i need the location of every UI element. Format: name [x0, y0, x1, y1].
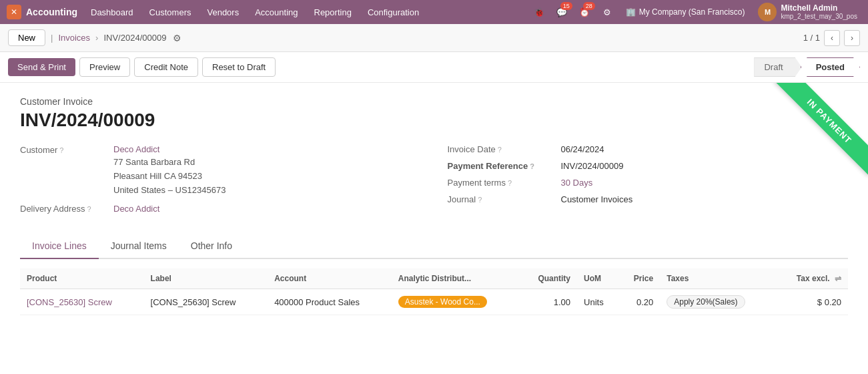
- invoice-type: Customer Invoice: [20, 96, 848, 107]
- adjust-icon[interactable]: ⇌: [835, 274, 841, 283]
- cell-taxes: Apply 20%(Sales): [660, 289, 775, 315]
- th-uom: UoM: [577, 268, 618, 289]
- cell-uom: Units: [577, 289, 618, 315]
- address-block: 77 Santa Barbara Rd Pleasant Hill CA 945…: [113, 156, 226, 197]
- user-name: Mitchell Admin: [781, 3, 857, 13]
- activity-icon-btn[interactable]: ⏰ 28: [575, 3, 594, 21]
- tab-invoice-lines[interactable]: Invoice Lines: [20, 234, 99, 259]
- status-posted[interactable]: Posted: [801, 57, 860, 77]
- new-button[interactable]: New: [8, 29, 45, 46]
- payment-terms-value: 30 Days: [561, 178, 593, 188]
- customer-field-row: Customer ? Deco Addict 77 Santa Barbara …: [20, 144, 421, 197]
- invoice-date-help-icon: ?: [498, 146, 502, 154]
- cell-account: 400000 Product Sales: [268, 289, 392, 315]
- table-row: [CONS_25630] Screw [CONS_25630] Screw 40…: [20, 289, 848, 315]
- nav-item-vendors[interactable]: Vendors: [199, 0, 247, 24]
- breadcrumb-arrow: ›: [95, 33, 98, 43]
- th-price: Price: [618, 268, 660, 289]
- page-info: 1 / 1: [803, 33, 820, 43]
- tab-other-info[interactable]: Other Info: [179, 234, 244, 259]
- th-label: Label: [144, 268, 268, 289]
- payment-reference-value: INV/2024/00009: [561, 161, 624, 171]
- breadcrumb-current: INV/2024/00009: [103, 33, 166, 43]
- company-label: My Company (San Francisco): [639, 7, 745, 17]
- table-header-row: Product Label Account Analytic Distribut…: [20, 268, 848, 289]
- credit-note-button[interactable]: Credit Note: [134, 57, 198, 77]
- delivery-address-link[interactable]: Deco Addict: [113, 204, 159, 214]
- form-grid: Customer ? Deco Addict 77 Santa Barbara …: [20, 144, 848, 220]
- payment-terms-label: Payment terms ?: [448, 178, 554, 188]
- status-bar: Draft Posted: [754, 57, 860, 77]
- cell-product: [CONS_25630] Screw: [20, 289, 144, 315]
- payment-reference-row: Payment Reference ? INV/2024/00009: [448, 161, 849, 171]
- form-left: Customer ? Deco Addict 77 Santa Barbara …: [20, 144, 421, 220]
- prev-arrow[interactable]: ‹: [824, 30, 840, 46]
- customer-value: Deco Addict 77 Santa Barbara Rd Pleasant…: [113, 144, 226, 197]
- delivery-label: Delivery Address ?: [20, 204, 107, 214]
- form-right: Invoice Date ? 06/24/2024 Payment Refere…: [448, 144, 849, 220]
- nav-item-customers[interactable]: Customers: [141, 0, 199, 24]
- journal-value: Customer Invoices: [561, 194, 633, 204]
- th-taxes: Taxes: [660, 268, 775, 289]
- top-nav: ✕ Accounting Dashboard Customers Vendors…: [0, 0, 868, 24]
- gear-icon[interactable]: ⚙: [173, 33, 181, 43]
- action-bar: Send & Print Preview Credit Note Reset t…: [0, 52, 868, 83]
- nav-item-accounting[interactable]: Accounting: [247, 0, 306, 24]
- user-section[interactable]: M Mitchell Admin kmp_2_test_may_30_pos: [754, 3, 861, 21]
- tab-journal-items[interactable]: Journal Items: [99, 234, 179, 259]
- th-quantity: Quantity: [520, 268, 577, 289]
- nav-right: 🐞 💬 15 ⏰ 28 ⚙ 🏢 My Company (San Francisc…: [530, 0, 861, 24]
- cell-tax-excl: $ 0.20: [775, 289, 848, 315]
- nav-arrows: 1 / 1 ‹ ›: [803, 30, 860, 46]
- main-content: IN PAYMENT Customer Invoice INV/2024/000…: [0, 83, 868, 329]
- th-tax-excl: Tax excl. ⇌: [775, 268, 848, 289]
- debug-icon-btn[interactable]: 🐞: [530, 3, 548, 21]
- analytic-tag[interactable]: Asustek - Wood Co...: [398, 296, 487, 308]
- nav-item-dashboard[interactable]: Dashboard: [83, 0, 141, 24]
- cell-quantity: 1.00: [520, 289, 577, 315]
- payment-terms-help-icon: ?: [508, 179, 512, 187]
- status-draft[interactable]: Draft: [754, 57, 801, 77]
- payment-reference-label: Payment Reference ?: [448, 161, 554, 171]
- invoice-date-row: Invoice Date ? 06/24/2024: [448, 144, 849, 154]
- cell-analytic: Asustek - Wood Co...: [392, 289, 520, 315]
- nav-item-reporting[interactable]: Reporting: [306, 0, 360, 24]
- th-account: Account: [268, 268, 392, 289]
- brand[interactable]: ✕ Accounting: [7, 5, 77, 19]
- tabs: Invoice Lines Journal Items Other Info: [20, 234, 848, 259]
- chat-icon-btn[interactable]: 💬 15: [552, 3, 571, 21]
- invoice-date-value: 06/24/2024: [561, 144, 604, 154]
- journal-row: Journal ? Customer Invoices: [448, 194, 849, 204]
- company-btn[interactable]: 🏢 My Company (San Francisco): [620, 0, 751, 24]
- reset-to-draft-button[interactable]: Reset to Draft: [202, 57, 276, 77]
- breadcrumb-bar: New | Invoices › INV/2024/00009 ⚙ 1 / 1 …: [0, 24, 868, 52]
- chat-badge: 15: [560, 2, 572, 10]
- address-line1: 77 Santa Barbara Rd: [113, 156, 226, 170]
- next-arrow[interactable]: ›: [844, 30, 860, 46]
- cell-label: [CONS_25630] Screw: [144, 289, 268, 315]
- tax-badge: Apply 20%(Sales): [667, 295, 745, 309]
- customer-help-icon: ?: [59, 146, 63, 154]
- address-line3: United States – US12345673: [113, 184, 226, 198]
- delivery-help-icon: ?: [87, 205, 91, 213]
- nav-item-configuration[interactable]: Configuration: [360, 0, 427, 24]
- user-info: Mitchell Admin kmp_2_test_may_30_pos: [781, 3, 857, 21]
- journal-help-icon: ?: [478, 196, 482, 204]
- payment-ref-help-icon: ?: [530, 162, 534, 170]
- preview-button[interactable]: Preview: [79, 57, 130, 77]
- th-product: Product: [20, 268, 144, 289]
- invoice-table: Product Label Account Analytic Distribut…: [20, 268, 848, 315]
- cell-price: 0.20: [618, 289, 660, 315]
- th-analytic: Analytic Distribut...: [392, 268, 520, 289]
- journal-label: Journal ?: [448, 194, 554, 204]
- user-sub: kmp_2_test_may_30_pos: [781, 13, 857, 21]
- address-line2: Pleasant Hill CA 94523: [113, 170, 226, 184]
- send-print-button[interactable]: Send & Print: [8, 58, 75, 76]
- brand-icon: ✕: [7, 5, 21, 19]
- customer-name-link[interactable]: Deco Addict: [113, 144, 226, 154]
- activity-badge: 28: [583, 2, 595, 10]
- settings-icon-btn[interactable]: ⚙: [598, 3, 616, 21]
- customer-label: Customer ?: [20, 144, 107, 155]
- breadcrumb-parent[interactable]: Invoices: [58, 33, 90, 43]
- product-link[interactable]: [CONS_25630] Screw: [27, 297, 112, 307]
